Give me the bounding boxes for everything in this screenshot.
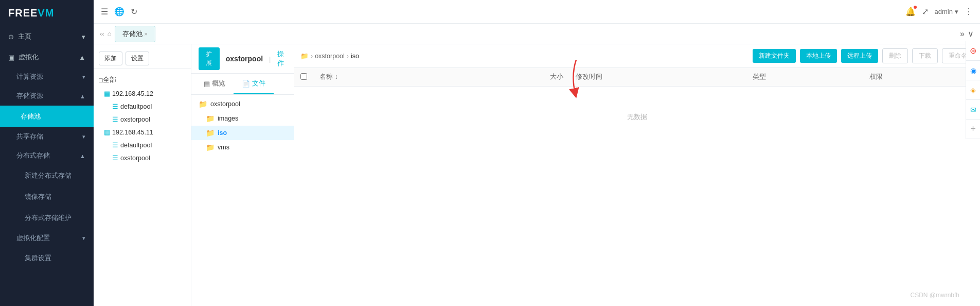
oxstorpool2-label: oxstorpool: [120, 155, 150, 162]
grid-icon: ▦: [104, 128, 110, 136]
breadcrumb-bar: ‹‹ ⌂ 存储池 × » ∨: [94, 24, 980, 44]
expand-button[interactable]: 扩展: [199, 47, 220, 70]
sidebar-item-new-distributed[interactable]: 新建分布式存储: [0, 165, 94, 186]
side-icon-4[interactable]: ✉: [966, 100, 981, 120]
side-icon-3[interactable]: ◈: [966, 80, 981, 100]
tab-overview[interactable]: ▤ 概览: [195, 74, 234, 94]
sidebar-item-storage-pool[interactable]: 存储池: [0, 106, 94, 127]
path-breadcrumb: 📁 › oxstorpool › iso: [300, 52, 749, 60]
pool-header: 扩展 oxstorpool | 操作: [191, 44, 294, 74]
new-folder-button[interactable]: 新建文件夹: [753, 49, 796, 63]
more-options-icon[interactable]: ⋮: [965, 7, 973, 16]
tree-node-defaultpool2[interactable]: ☰ defaultpool: [94, 139, 191, 151]
iso-folder-icon: 📁: [206, 129, 215, 137]
defaultpool1-label: defaultpool: [120, 103, 152, 110]
back-icon[interactable]: ‹‹: [100, 30, 104, 38]
storage-pool-tab[interactable]: 存储池 ×: [115, 26, 155, 42]
select-all-checkbox[interactable]: [300, 73, 307, 80]
sidebar: FREEVM ⊙ 主页 ▾ ▣ 虚拟化 ▲ 计算资源 ▾ 存储资源 ▲ 存储池: [0, 0, 94, 306]
sidebar-item-mirror-storage[interactable]: 镜像存储: [0, 186, 94, 208]
folder-images[interactable]: 📁 images: [191, 111, 294, 126]
tree-node-oxstorpool2[interactable]: ☰ oxstorpool: [94, 151, 191, 164]
grid-icon: ▦: [104, 90, 110, 97]
sidebar-item-home[interactable]: ⊙ 主页 ▾: [0, 26, 94, 47]
settings-button[interactable]: 设置: [126, 52, 149, 65]
collapse-icon[interactable]: ∨: [968, 29, 974, 39]
node1-label: 192.168.45.12: [112, 90, 153, 97]
globe-icon[interactable]: 🌐: [114, 7, 124, 16]
tree-node-defaultpool1[interactable]: ☰ defaultpool: [94, 100, 191, 113]
list-icon: ☰: [112, 115, 118, 123]
download-button[interactable]: 下载: [912, 48, 938, 63]
refresh-icon[interactable]: ↻: [131, 7, 137, 16]
sidebar-item-virtualization[interactable]: ▣ 虚拟化 ▲: [0, 47, 94, 67]
files-icon: 📄: [242, 80, 250, 88]
side-icon-2[interactable]: ◉: [966, 61, 981, 80]
folder-vms[interactable]: 📁 vms: [191, 140, 294, 155]
sidebar-menu: ⊙ 主页 ▾ ▣ 虚拟化 ▲ 计算资源 ▾ 存储资源 ▲ 存储池 共享存储 ▾: [0, 26, 94, 306]
folder-iso[interactable]: 📁 iso: [191, 126, 294, 140]
list-icon: ☰: [112, 154, 118, 162]
tree-node-node1[interactable]: ▦ 192.168.45.12: [94, 87, 191, 100]
chevron-down-icon: ▾: [82, 235, 85, 242]
file-toolbar: 📁 › oxstorpool › iso 新建文件夹 本地上传 远程上传 删除 …: [294, 44, 980, 68]
tree-node-oxstorpool1[interactable]: ☰ oxstorpool: [94, 113, 191, 126]
forward-icon[interactable]: »: [960, 29, 965, 39]
logo: FREEVM: [0, 0, 94, 26]
sidebar-item-label: 存储池: [21, 112, 41, 121]
add-button[interactable]: 添加: [99, 52, 122, 65]
folder-tree: 📁 oxstorpool 📁 images 📁 iso 📁 vms: [191, 95, 294, 157]
right-panel: 📁 › oxstorpool › iso 新建文件夹 本地上传 远程上传 删除 …: [294, 44, 980, 306]
local-upload-button[interactable]: 本地上传: [800, 49, 837, 63]
modified-col-header: 修改时间: [569, 68, 747, 87]
vms-folder-icon: 📁: [206, 143, 215, 151]
sidebar-item-distributed-storage[interactable]: 分布式存储 ▲: [0, 146, 94, 165]
sidebar-item-virt-config[interactable]: 虚拟化配置 ▾: [0, 229, 94, 248]
folder-icon: 📁: [199, 100, 207, 108]
expand-icon[interactable]: ⤢: [922, 7, 929, 16]
path-folder-icon: 📁: [300, 52, 309, 60]
main-area: ☰ 🌐 ↻ 🔔 ⤢ admin ▾ ⋮ ‹‹ ⌂ 存储池 × » ∨: [94, 0, 980, 306]
sidebar-item-compute[interactable]: 计算资源 ▾: [0, 67, 94, 87]
sidebar-item-label: 虚拟化配置: [16, 234, 50, 243]
no-data-message: 无数据: [294, 87, 980, 147]
pool-action-link[interactable]: 操作: [277, 49, 289, 68]
folder-pool-root[interactable]: 📁 oxstorpool: [191, 97, 294, 111]
notification-icon[interactable]: 🔔: [905, 7, 916, 16]
sidebar-item-label: 分布式存储: [16, 151, 50, 160]
tab-close-icon[interactable]: ×: [145, 31, 148, 37]
name-col-header[interactable]: 名称 ↕: [313, 68, 453, 87]
overview-icon: ▤: [204, 80, 210, 88]
resource-tree: □ 全部 ▦ 192.168.45.12 ☰ defaultpool ☰ oxs…: [94, 71, 191, 166]
breadcrumb-nav: ‹‹ ⌂: [100, 30, 112, 38]
user-menu[interactable]: admin ▾: [935, 8, 958, 15]
sidebar-item-label: 虚拟化: [19, 53, 39, 62]
oxstorpool1-label: oxstorpool: [120, 116, 150, 123]
logo-free: FREE: [8, 7, 38, 19]
chevron-up-icon: ▲: [80, 93, 85, 99]
sidebar-item-shared-storage[interactable]: 共享存储 ▾: [0, 127, 94, 146]
sidebar-item-distributed-maintain[interactable]: 分布式存储维护: [0, 208, 94, 229]
node2-label: 192.168.45.11: [112, 129, 153, 136]
home-icon: ⊙: [8, 33, 14, 41]
tree-node-node2[interactable]: ▦ 192.168.45.11: [94, 126, 191, 139]
sidebar-item-storage-resource[interactable]: 存储资源 ▲: [0, 87, 94, 106]
side-icon-5[interactable]: +: [966, 120, 981, 139]
side-icon-1[interactable]: ⊛: [966, 41, 981, 61]
sidebar-item-label: 存储资源: [16, 92, 43, 100]
user-arrow-icon: ▾: [955, 8, 958, 15]
pool-root-label: oxstorpool: [210, 100, 240, 108]
file-table: 名称 ↕ 大小 修改时间 类型: [294, 68, 980, 306]
tab-files[interactable]: 📄 文件: [234, 74, 274, 94]
delete-button[interactable]: 删除: [882, 48, 908, 63]
chevron-down-icon: ▾: [82, 33, 85, 41]
tree-node-all[interactable]: □ 全部: [94, 73, 191, 87]
remote-upload-button[interactable]: 远程上传: [841, 49, 878, 63]
tab-files-label: 文件: [252, 79, 265, 88]
middle-panel: 扩展 oxstorpool | 操作 ▤ 概览 📄 文件 📁: [191, 44, 294, 306]
menu-toggle-icon[interactable]: ☰: [101, 7, 108, 16]
logo-text: FREEVM: [8, 7, 54, 19]
home-breadcrumb-icon[interactable]: ⌂: [108, 30, 112, 38]
iso-label: iso: [218, 129, 227, 137]
sidebar-item-cluster-settings[interactable]: 集群设置: [0, 248, 94, 269]
